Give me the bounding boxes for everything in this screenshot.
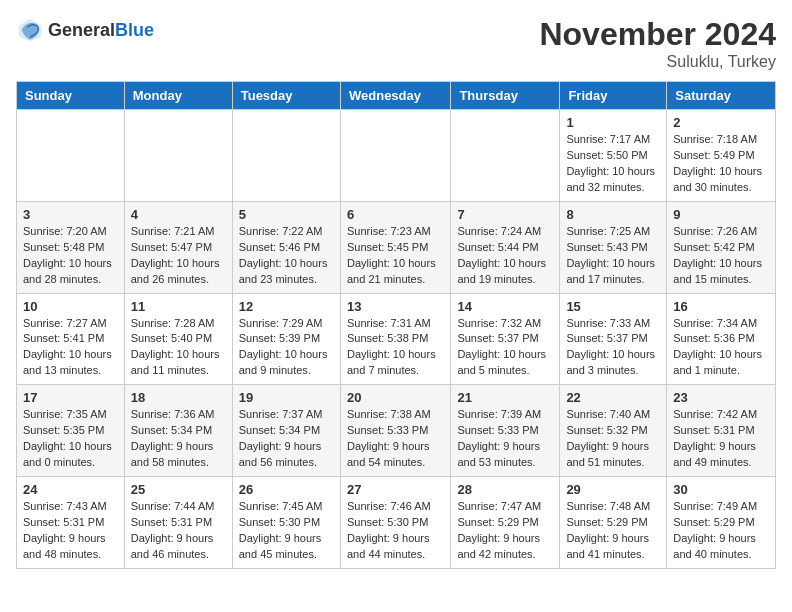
header-thursday: Thursday — [451, 82, 560, 110]
day-number: 6 — [347, 207, 444, 222]
day-info: Sunrise: 7:34 AM Sunset: 5:36 PM Dayligh… — [673, 316, 769, 380]
day-info: Sunrise: 7:17 AM Sunset: 5:50 PM Dayligh… — [566, 132, 660, 196]
day-info: Sunrise: 7:23 AM Sunset: 5:45 PM Dayligh… — [347, 224, 444, 288]
day-number: 25 — [131, 482, 226, 497]
calendar-cell: 19Sunrise: 7:37 AM Sunset: 5:34 PM Dayli… — [232, 385, 340, 477]
day-number: 30 — [673, 482, 769, 497]
day-info: Sunrise: 7:47 AM Sunset: 5:29 PM Dayligh… — [457, 499, 553, 563]
day-info: Sunrise: 7:36 AM Sunset: 5:34 PM Dayligh… — [131, 407, 226, 471]
calendar-cell: 9Sunrise: 7:26 AM Sunset: 5:42 PM Daylig… — [667, 201, 776, 293]
day-number: 12 — [239, 299, 334, 314]
logo-general: General — [48, 20, 115, 40]
calendar-row-1: 1Sunrise: 7:17 AM Sunset: 5:50 PM Daylig… — [17, 110, 776, 202]
day-info: Sunrise: 7:20 AM Sunset: 5:48 PM Dayligh… — [23, 224, 118, 288]
day-number: 28 — [457, 482, 553, 497]
calendar-cell — [17, 110, 125, 202]
calendar-cell: 22Sunrise: 7:40 AM Sunset: 5:32 PM Dayli… — [560, 385, 667, 477]
day-number: 26 — [239, 482, 334, 497]
calendar-cell — [340, 110, 450, 202]
calendar-cell: 10Sunrise: 7:27 AM Sunset: 5:41 PM Dayli… — [17, 293, 125, 385]
calendar-cell: 25Sunrise: 7:44 AM Sunset: 5:31 PM Dayli… — [124, 477, 232, 569]
calendar-cell: 23Sunrise: 7:42 AM Sunset: 5:31 PM Dayli… — [667, 385, 776, 477]
logo: GeneralBlue — [16, 16, 154, 44]
day-info: Sunrise: 7:29 AM Sunset: 5:39 PM Dayligh… — [239, 316, 334, 380]
day-info: Sunrise: 7:49 AM Sunset: 5:29 PM Dayligh… — [673, 499, 769, 563]
calendar-cell: 27Sunrise: 7:46 AM Sunset: 5:30 PM Dayli… — [340, 477, 450, 569]
day-info: Sunrise: 7:24 AM Sunset: 5:44 PM Dayligh… — [457, 224, 553, 288]
day-number: 18 — [131, 390, 226, 405]
header-wednesday: Wednesday — [340, 82, 450, 110]
calendar-cell: 6Sunrise: 7:23 AM Sunset: 5:45 PM Daylig… — [340, 201, 450, 293]
calendar-row-4: 17Sunrise: 7:35 AM Sunset: 5:35 PM Dayli… — [17, 385, 776, 477]
logo-blue: Blue — [115, 20, 154, 40]
day-number: 10 — [23, 299, 118, 314]
header-saturday: Saturday — [667, 82, 776, 110]
calendar-row-5: 24Sunrise: 7:43 AM Sunset: 5:31 PM Dayli… — [17, 477, 776, 569]
calendar-row-2: 3Sunrise: 7:20 AM Sunset: 5:48 PM Daylig… — [17, 201, 776, 293]
calendar-cell: 5Sunrise: 7:22 AM Sunset: 5:46 PM Daylig… — [232, 201, 340, 293]
header-monday: Monday — [124, 82, 232, 110]
day-number: 27 — [347, 482, 444, 497]
day-info: Sunrise: 7:33 AM Sunset: 5:37 PM Dayligh… — [566, 316, 660, 380]
calendar-cell: 28Sunrise: 7:47 AM Sunset: 5:29 PM Dayli… — [451, 477, 560, 569]
day-info: Sunrise: 7:21 AM Sunset: 5:47 PM Dayligh… — [131, 224, 226, 288]
day-number: 23 — [673, 390, 769, 405]
day-number: 4 — [131, 207, 226, 222]
location: Suluklu, Turkey — [539, 53, 776, 71]
day-number: 8 — [566, 207, 660, 222]
calendar-cell: 16Sunrise: 7:34 AM Sunset: 5:36 PM Dayli… — [667, 293, 776, 385]
day-info: Sunrise: 7:31 AM Sunset: 5:38 PM Dayligh… — [347, 316, 444, 380]
page-header: GeneralBlue November 2024 Suluklu, Turke… — [16, 16, 776, 71]
calendar-cell — [451, 110, 560, 202]
calendar-cell: 1Sunrise: 7:17 AM Sunset: 5:50 PM Daylig… — [560, 110, 667, 202]
day-number: 15 — [566, 299, 660, 314]
header-friday: Friday — [560, 82, 667, 110]
month-title: November 2024 — [539, 16, 776, 53]
day-number: 3 — [23, 207, 118, 222]
calendar-cell: 14Sunrise: 7:32 AM Sunset: 5:37 PM Dayli… — [451, 293, 560, 385]
calendar-cell: 15Sunrise: 7:33 AM Sunset: 5:37 PM Dayli… — [560, 293, 667, 385]
calendar-cell: 17Sunrise: 7:35 AM Sunset: 5:35 PM Dayli… — [17, 385, 125, 477]
calendar-cell: 20Sunrise: 7:38 AM Sunset: 5:33 PM Dayli… — [340, 385, 450, 477]
calendar-cell: 18Sunrise: 7:36 AM Sunset: 5:34 PM Dayli… — [124, 385, 232, 477]
calendar-cell: 21Sunrise: 7:39 AM Sunset: 5:33 PM Dayli… — [451, 385, 560, 477]
calendar-cell: 12Sunrise: 7:29 AM Sunset: 5:39 PM Dayli… — [232, 293, 340, 385]
day-number: 16 — [673, 299, 769, 314]
day-info: Sunrise: 7:25 AM Sunset: 5:43 PM Dayligh… — [566, 224, 660, 288]
day-number: 13 — [347, 299, 444, 314]
calendar-header-row: SundayMondayTuesdayWednesdayThursdayFrid… — [17, 82, 776, 110]
calendar-table: SundayMondayTuesdayWednesdayThursdayFrid… — [16, 81, 776, 569]
title-block: November 2024 Suluklu, Turkey — [539, 16, 776, 71]
day-info: Sunrise: 7:37 AM Sunset: 5:34 PM Dayligh… — [239, 407, 334, 471]
day-info: Sunrise: 7:44 AM Sunset: 5:31 PM Dayligh… — [131, 499, 226, 563]
calendar-cell: 13Sunrise: 7:31 AM Sunset: 5:38 PM Dayli… — [340, 293, 450, 385]
calendar-cell: 8Sunrise: 7:25 AM Sunset: 5:43 PM Daylig… — [560, 201, 667, 293]
day-info: Sunrise: 7:42 AM Sunset: 5:31 PM Dayligh… — [673, 407, 769, 471]
calendar-row-3: 10Sunrise: 7:27 AM Sunset: 5:41 PM Dayli… — [17, 293, 776, 385]
header-tuesday: Tuesday — [232, 82, 340, 110]
calendar-cell: 26Sunrise: 7:45 AM Sunset: 5:30 PM Dayli… — [232, 477, 340, 569]
day-number: 14 — [457, 299, 553, 314]
calendar-cell — [232, 110, 340, 202]
day-number: 7 — [457, 207, 553, 222]
logo-icon — [16, 16, 44, 44]
calendar-cell: 24Sunrise: 7:43 AM Sunset: 5:31 PM Dayli… — [17, 477, 125, 569]
day-number: 2 — [673, 115, 769, 130]
calendar-cell: 2Sunrise: 7:18 AM Sunset: 5:49 PM Daylig… — [667, 110, 776, 202]
day-number: 5 — [239, 207, 334, 222]
calendar-cell: 29Sunrise: 7:48 AM Sunset: 5:29 PM Dayli… — [560, 477, 667, 569]
calendar-cell: 11Sunrise: 7:28 AM Sunset: 5:40 PM Dayli… — [124, 293, 232, 385]
day-info: Sunrise: 7:45 AM Sunset: 5:30 PM Dayligh… — [239, 499, 334, 563]
day-info: Sunrise: 7:40 AM Sunset: 5:32 PM Dayligh… — [566, 407, 660, 471]
calendar-cell: 7Sunrise: 7:24 AM Sunset: 5:44 PM Daylig… — [451, 201, 560, 293]
day-number: 19 — [239, 390, 334, 405]
day-number: 17 — [23, 390, 118, 405]
calendar-cell: 3Sunrise: 7:20 AM Sunset: 5:48 PM Daylig… — [17, 201, 125, 293]
day-info: Sunrise: 7:48 AM Sunset: 5:29 PM Dayligh… — [566, 499, 660, 563]
day-number: 24 — [23, 482, 118, 497]
day-info: Sunrise: 7:28 AM Sunset: 5:40 PM Dayligh… — [131, 316, 226, 380]
day-number: 1 — [566, 115, 660, 130]
day-info: Sunrise: 7:39 AM Sunset: 5:33 PM Dayligh… — [457, 407, 553, 471]
calendar-cell: 30Sunrise: 7:49 AM Sunset: 5:29 PM Dayli… — [667, 477, 776, 569]
calendar-cell — [124, 110, 232, 202]
